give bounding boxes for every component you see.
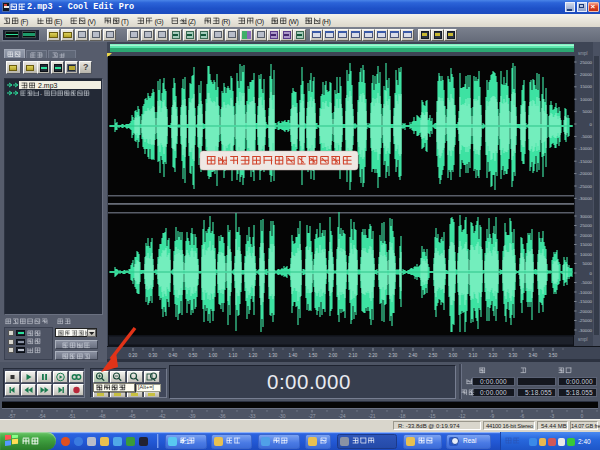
svg-text:-21: -21 xyxy=(368,413,375,419)
svg-text:2:20: 2:20 xyxy=(369,353,378,358)
svg-text:-24: -24 xyxy=(338,413,345,419)
svg-text:10000: 10000 xyxy=(580,97,593,102)
svg-text:-30000: -30000 xyxy=(579,328,593,333)
svg-text:3:40: 3:40 xyxy=(529,353,538,358)
svg-text:-25000: -25000 xyxy=(579,184,593,189)
svg-text:0: 0 xyxy=(581,413,584,419)
svg-text:1:20: 1:20 xyxy=(249,353,258,358)
svg-text:30000: 30000 xyxy=(580,214,593,219)
svg-text:-10000: -10000 xyxy=(579,290,593,295)
svg-text:-18: -18 xyxy=(398,413,405,419)
svg-text:-54: -54 xyxy=(38,413,45,419)
svg-text:smpl: smpl xyxy=(578,51,588,56)
svg-text:5000: 5000 xyxy=(582,261,592,266)
svg-text:-20000: -20000 xyxy=(579,309,593,314)
svg-text:-57: -57 xyxy=(8,413,15,419)
svg-text:20000: 20000 xyxy=(580,72,593,77)
svg-text:-30000: -30000 xyxy=(579,196,593,201)
svg-text:1:00: 1:00 xyxy=(209,353,218,358)
svg-text:25000: 25000 xyxy=(580,60,593,65)
svg-text:3:00: 3:00 xyxy=(449,353,458,358)
svg-text:3:50: 3:50 xyxy=(549,353,558,358)
svg-text:1:50: 1:50 xyxy=(309,353,318,358)
svg-text:2:10: 2:10 xyxy=(349,353,358,358)
svg-text:10000: 10000 xyxy=(580,252,593,257)
svg-text:25000: 25000 xyxy=(580,223,593,228)
svg-text:2:40: 2:40 xyxy=(409,353,418,358)
svg-text:-30: -30 xyxy=(278,413,285,419)
svg-text:-3: -3 xyxy=(550,413,555,419)
svg-text:0:20: 0:20 xyxy=(129,353,138,358)
svg-text:-45: -45 xyxy=(128,413,135,419)
svg-text:1:10: 1:10 xyxy=(229,353,238,358)
svg-text:-51: -51 xyxy=(68,413,75,419)
svg-text:3:10: 3:10 xyxy=(469,353,478,358)
svg-text:-36: -36 xyxy=(218,413,225,419)
svg-text:-39: -39 xyxy=(188,413,195,419)
svg-text:-48: -48 xyxy=(98,413,105,419)
svg-text:smpl: smpl xyxy=(578,337,588,342)
svg-text:-20000: -20000 xyxy=(579,171,593,176)
svg-text:-9: -9 xyxy=(490,413,495,419)
svg-text:1:40: 1:40 xyxy=(289,353,298,358)
svg-text:-15000: -15000 xyxy=(579,299,593,304)
svg-text:-27: -27 xyxy=(308,413,315,419)
svg-text:0:30: 0:30 xyxy=(149,353,158,358)
svg-text:-10000: -10000 xyxy=(579,146,593,151)
svg-text:-15: -15 xyxy=(428,413,435,419)
svg-text:-25000: -25000 xyxy=(579,318,593,323)
svg-text:2:50: 2:50 xyxy=(429,353,438,358)
svg-text:-42: -42 xyxy=(158,413,165,419)
svg-text:-5000: -5000 xyxy=(581,134,593,139)
svg-text:5000: 5000 xyxy=(582,109,592,114)
svg-text:2:30: 2:30 xyxy=(389,353,398,358)
svg-text:3:30: 3:30 xyxy=(509,353,518,358)
svg-text:-6: -6 xyxy=(520,413,525,419)
svg-text:-5000: -5000 xyxy=(581,280,593,285)
svg-text:-12: -12 xyxy=(458,413,465,419)
svg-text:20000: 20000 xyxy=(580,233,593,238)
svg-text:1:30: 1:30 xyxy=(269,353,278,358)
svg-text:3:20: 3:20 xyxy=(489,353,498,358)
svg-text:15000: 15000 xyxy=(580,84,593,89)
svg-text:0:40: 0:40 xyxy=(169,353,178,358)
svg-text:0:50: 0:50 xyxy=(189,353,198,358)
svg-text:2:00: 2:00 xyxy=(329,353,338,358)
svg-text:-33: -33 xyxy=(248,413,255,419)
svg-text:15000: 15000 xyxy=(580,242,593,247)
svg-text:-15000: -15000 xyxy=(579,159,593,164)
